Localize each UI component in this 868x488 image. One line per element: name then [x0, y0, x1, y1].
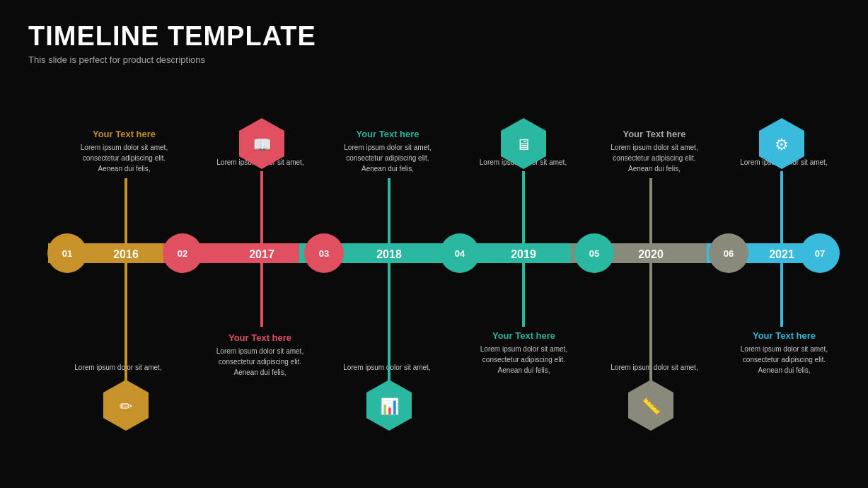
subtitle: This slide is perfect for product descri… [28, 54, 840, 65]
svg-text:📖: 📖 [253, 135, 272, 154]
svg-text:06: 06 [724, 248, 734, 259]
svg-text:🖥: 🖥 [516, 136, 531, 153]
svg-text:📊: 📊 [380, 397, 400, 416]
svg-text:⚙: ⚙ [775, 136, 789, 153]
svg-text:03: 03 [319, 248, 329, 259]
svg-text:07: 07 [815, 248, 825, 259]
svg-text:2019: 2019 [511, 248, 536, 260]
svg-text:2018: 2018 [376, 248, 402, 260]
header: TIMELINE TEMPLATE This slide is perfect … [28, 21, 840, 65]
svg-text:04: 04 [455, 248, 465, 259]
svg-text:📏: 📏 [642, 397, 661, 416]
svg-text:2016: 2016 [113, 248, 139, 260]
timeline-area: 01 2016 02 2017 03 2018 04 2019 05 2020 [28, 86, 840, 454]
svg-text:2020: 2020 [638, 248, 664, 260]
main-title: TIMELINE TEMPLATE [28, 21, 840, 52]
svg-text:✏: ✏ [120, 397, 133, 415]
svg-text:02: 02 [178, 248, 187, 259]
svg-text:2021: 2021 [769, 248, 794, 260]
svg-text:05: 05 [589, 248, 599, 259]
svg-text:2017: 2017 [249, 248, 274, 260]
svg-text:01: 01 [62, 248, 72, 259]
slide: TIMELINE TEMPLATE This slide is perfect … [0, 0, 868, 488]
